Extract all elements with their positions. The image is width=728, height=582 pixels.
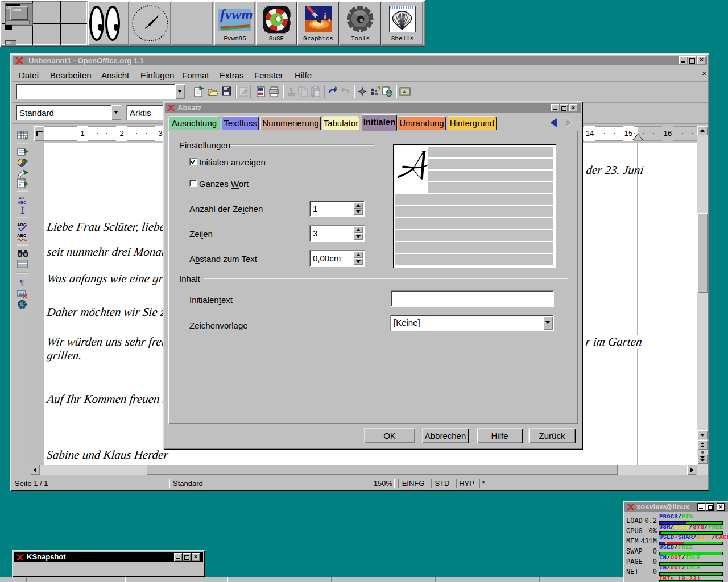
svg-text:ABC: ABC — [17, 233, 27, 238]
svg-text:ABC: ABC — [18, 201, 26, 205]
svg-text:¶: ¶ — [19, 278, 24, 287]
svg-text:A: A — [19, 196, 22, 200]
